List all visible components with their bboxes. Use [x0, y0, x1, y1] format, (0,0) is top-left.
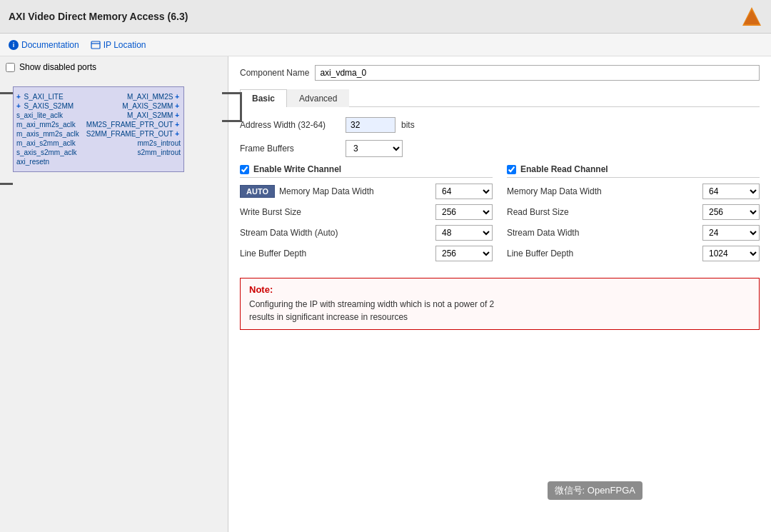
- window-title: AXI Video Direct Memory Access (6.3): [9, 11, 188, 22]
- address-width-label: Address Width (32-64): [240, 120, 340, 130]
- address-width-unit: bits: [401, 120, 415, 130]
- write-stream-row: Stream Data Width (Auto) 8 24 48 64: [240, 225, 493, 241]
- tab-basic[interactable]: Basic: [240, 89, 287, 107]
- ip-location-link[interactable]: IP Location: [91, 40, 146, 50]
- write-linebuf-row: Line Buffer Depth 128 256 512 1024: [240, 246, 493, 261]
- show-disabled-ports-row: Show disabled ports: [6, 62, 222, 72]
- right-bus-top: [222, 92, 242, 122]
- right-panel: Component Name Basic Advanced Address Wi…: [228, 56, 771, 532]
- address-width-input[interactable]: [346, 117, 395, 133]
- read-linebuf-label: Line Buffer Depth: [507, 249, 698, 259]
- read-linebuf-select[interactable]: 128 256 512 1024: [702, 246, 760, 261]
- left-panel: Show disabled ports + S_AXI_LITE M_AXI_M…: [0, 56, 228, 532]
- tabs: Basic Advanced: [240, 89, 760, 107]
- frame-buffers-select[interactable]: 1 2 3 4 5: [346, 140, 403, 157]
- write-burst-select[interactable]: 16 64 256: [435, 204, 493, 220]
- read-burst-row: Read Burst Size 16 64 256: [507, 204, 760, 220]
- address-width-row: Address Width (32-64) bits: [240, 117, 760, 133]
- read-stream-label: Stream Data Width: [507, 228, 698, 238]
- component-name-label: Component Name: [240, 68, 309, 78]
- component-name-row: Component Name: [240, 65, 760, 81]
- enable-write-channel-label: Enable Write Channel: [253, 164, 341, 174]
- read-mem-map-select[interactable]: 32 64 128: [702, 184, 760, 199]
- main-layout: Show disabled ports + S_AXI_LITE M_AXI_M…: [0, 56, 771, 532]
- write-mem-map-select[interactable]: 32 64 128: [435, 184, 493, 199]
- write-burst-row: Write Burst Size 16 64 256: [240, 204, 493, 220]
- enable-read-channel-checkbox[interactable]: [507, 165, 516, 174]
- write-stream-select[interactable]: 8 24 48 64: [435, 225, 493, 241]
- read-burst-select[interactable]: 16 64 256: [702, 204, 760, 220]
- read-stream-select[interactable]: 8 24 48 64: [702, 225, 760, 241]
- nav-bar: i Documentation IP Location: [0, 34, 771, 56]
- write-stream-label: Stream Data Width (Auto): [240, 228, 431, 238]
- read-mem-map-label: Memory Map Data Width: [507, 186, 698, 196]
- write-channel: Enable Write Channel AUTO Memory Map Dat…: [240, 164, 493, 266]
- write-mem-map-label: Memory Map Data Width: [279, 186, 431, 196]
- logo-icon: [741, 6, 762, 27]
- channel-section: Enable Write Channel AUTO Memory Map Dat…: [240, 164, 760, 266]
- write-burst-label: Write Burst Size: [240, 207, 431, 217]
- note-section: Note: Configuring the IP with streaming …: [240, 278, 760, 330]
- note-text: Configuring the IP with streaming width …: [249, 298, 750, 323]
- component-diagram: + S_AXI_LITE M_AXI_MM2S + + S_AXIS_S2MM …: [13, 86, 222, 172]
- svg-rect-2: [91, 41, 100, 49]
- location-icon: [91, 40, 101, 50]
- write-linebuf-select[interactable]: 128 256 512 1024: [435, 246, 493, 261]
- documentation-link[interactable]: i Documentation: [9, 40, 79, 50]
- title-bar: AXI Video Direct Memory Access (6.3): [0, 0, 771, 34]
- write-channel-header: Enable Write Channel: [240, 164, 493, 178]
- frame-buffers-row: Frame Buffers 1 2 3 4 5: [240, 140, 760, 157]
- write-linebuf-label: Line Buffer Depth: [240, 249, 431, 259]
- read-mem-map-row: Memory Map Data Width 32 64 128: [507, 184, 760, 199]
- tab-advanced[interactable]: Advanced: [287, 89, 349, 107]
- show-disabled-ports-checkbox[interactable]: [6, 63, 15, 72]
- svg-marker-1: [744, 10, 760, 24]
- read-stream-row: Stream Data Width 8 24 48 64: [507, 225, 760, 241]
- write-mem-map-row: AUTO Memory Map Data Width 32 64 128: [240, 184, 493, 199]
- enable-write-channel-checkbox[interactable]: [240, 165, 249, 174]
- left-bus: [0, 92, 13, 185]
- auto-button[interactable]: AUTO: [240, 185, 275, 198]
- component-box: + S_AXI_LITE M_AXI_MM2S + + S_AXIS_S2MM …: [13, 86, 184, 172]
- note-title: Note:: [249, 284, 750, 295]
- read-linebuf-row: Line Buffer Depth 128 256 512 1024: [507, 246, 760, 261]
- component-name-input[interactable]: [315, 65, 760, 81]
- frame-buffers-label: Frame Buffers: [240, 144, 340, 154]
- enable-read-channel-label: Enable Read Channel: [520, 164, 608, 174]
- read-burst-label: Read Burst Size: [507, 207, 698, 217]
- read-channel: Enable Read Channel Memory Map Data Widt…: [507, 164, 760, 266]
- info-icon: i: [9, 40, 19, 50]
- read-channel-header: Enable Read Channel: [507, 164, 760, 178]
